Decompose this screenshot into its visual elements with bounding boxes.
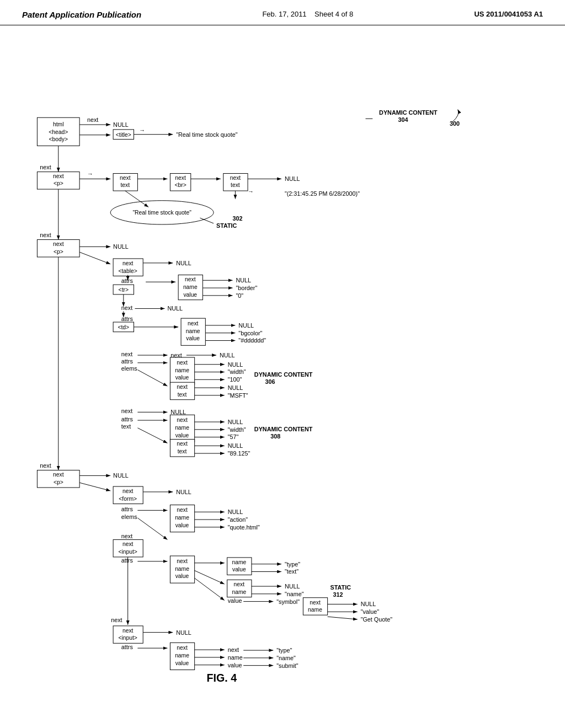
svg-text:next: next: [122, 628, 134, 634]
svg-line-113: [137, 370, 167, 387]
svg-text:next: next: [177, 384, 188, 390]
svg-text:<input>: <input>: [118, 635, 137, 641]
svg-text:next: next: [177, 360, 188, 366]
svg-text:value: value: [175, 522, 189, 528]
svg-text:"width": "width": [228, 426, 246, 433]
svg-text:306: 306: [265, 378, 275, 385]
svg-text:value: value: [175, 660, 189, 666]
svg-text:attrs: attrs: [121, 315, 134, 322]
svg-text:NULL: NULL: [220, 352, 235, 358]
svg-text:elems: elems: [121, 513, 137, 520]
svg-text:text: text: [178, 392, 187, 398]
svg-line-139: [137, 428, 167, 443]
svg-text:"name": "name": [276, 655, 296, 661]
svg-text:"submit": "submit": [276, 662, 299, 669]
svg-text:next: next: [177, 441, 188, 447]
svg-text:NULL: NULL: [285, 583, 300, 590]
svg-text:"action": "action": [228, 516, 248, 523]
svg-text:value: value: [232, 566, 246, 572]
svg-line-192: [195, 571, 225, 585]
svg-text:<br>: <br>: [174, 182, 186, 188]
svg-text:"quote.html": "quote.html": [228, 524, 260, 531]
svg-text:next: next: [188, 320, 199, 326]
svg-text:NULL: NULL: [113, 472, 129, 479]
svg-text:text: text: [120, 182, 130, 188]
svg-text:elems: elems: [121, 365, 137, 372]
svg-text:next: next: [234, 581, 245, 587]
svg-text:name: name: [175, 652, 189, 659]
svg-text:NULL: NULL: [361, 601, 376, 607]
svg-text:NULL: NULL: [285, 175, 300, 182]
header-left: Patent Application Publication: [22, 10, 141, 19]
svg-text:→: →: [87, 170, 93, 177]
svg-text:text: text: [121, 423, 131, 430]
svg-text:"value": "value": [361, 608, 380, 615]
svg-text:next: next: [53, 241, 64, 247]
svg-text:name: name: [175, 566, 189, 572]
svg-text:<p>: <p>: [54, 249, 63, 255]
svg-text:next: next: [185, 276, 196, 282]
svg-text:name: name: [228, 654, 243, 661]
svg-text:attrs: attrs: [121, 557, 134, 564]
svg-text:text: text: [231, 182, 240, 188]
svg-text:"57": "57": [228, 433, 239, 440]
header-center: Feb. 17, 2011 Sheet 4 of 8: [262, 10, 353, 18]
svg-text:next: next: [177, 417, 188, 423]
svg-text:name: name: [186, 328, 200, 334]
svg-text:STATIC: STATIC: [216, 222, 237, 229]
svg-text:next: next: [53, 173, 64, 179]
svg-line-173: [137, 518, 167, 539]
svg-text:"name": "name": [285, 591, 304, 597]
svg-text:→: →: [139, 127, 145, 133]
svg-text:DYNAMIC CONTENT: DYNAMIC CONTENT: [379, 109, 438, 116]
svg-text:"symbol": "symbol": [276, 598, 300, 605]
svg-text:html: html: [53, 121, 63, 127]
svg-text:<table>: <table>: [118, 268, 137, 274]
svg-text:"Real time stock quote": "Real time stock quote": [132, 210, 191, 216]
svg-text:value: value: [228, 662, 242, 668]
svg-text:next: next: [177, 507, 188, 513]
svg-text:name: name: [175, 367, 189, 373]
svg-text:name: name: [175, 425, 189, 431]
svg-line-154: [79, 483, 110, 491]
svg-text:"100": "100": [228, 376, 242, 383]
svg-text:NULL: NULL: [228, 508, 243, 515]
svg-text:next: next: [121, 408, 132, 414]
svg-text:name: name: [232, 589, 246, 595]
svg-text:attrs: attrs: [121, 416, 134, 422]
svg-text:<head>: <head>: [49, 129, 68, 135]
svg-text:next: next: [40, 462, 51, 469]
svg-text:"bgcolor": "bgcolor": [238, 330, 262, 336]
svg-text:308: 308: [270, 433, 280, 440]
svg-text:attrs: attrs: [121, 644, 134, 650]
svg-text:name: name: [308, 607, 322, 613]
svg-text:"89.125": "89.125": [228, 450, 250, 457]
svg-text:NULL: NULL: [176, 629, 191, 636]
svg-text:"Get Quote": "Get Quote": [361, 616, 393, 623]
svg-text:attrs: attrs: [121, 506, 134, 512]
svg-text:next: next: [122, 488, 134, 494]
svg-text:"width": "width": [228, 368, 246, 375]
svg-text:"text": "text": [285, 568, 299, 575]
svg-text:<tr>: <tr>: [119, 287, 129, 293]
svg-text:next: next: [177, 558, 188, 564]
svg-text:name: name: [175, 515, 189, 521]
svg-text:attrs: attrs: [121, 277, 134, 284]
svg-text:value: value: [186, 335, 200, 341]
page-header: Patent Application Publication Feb. 17, …: [0, 0, 565, 25]
diagram-area: text { font-family: Arial, Helvetica, sa…: [0, 25, 565, 687]
svg-text:value: value: [175, 374, 189, 381]
svg-text:next: next: [40, 164, 51, 170]
svg-text:next: next: [177, 645, 188, 651]
svg-line-213: [328, 617, 358, 619]
svg-text:attrs: attrs: [121, 358, 134, 365]
svg-text:<p>: <p>: [54, 180, 63, 186]
svg-text:text: text: [178, 448, 187, 454]
svg-text:next: next: [111, 617, 122, 623]
svg-text:<title>: <title>: [116, 132, 131, 138]
svg-text:NULL: NULL: [228, 361, 243, 368]
svg-text:"(2:31:45.25 PM 6/28/2000)": "(2:31:45.25 PM 6/28/2000)": [285, 190, 360, 197]
svg-text:300: 300: [450, 120, 460, 127]
svg-text:"Real time stock quote": "Real time stock quote": [176, 131, 238, 138]
svg-text:next: next: [228, 646, 239, 653]
